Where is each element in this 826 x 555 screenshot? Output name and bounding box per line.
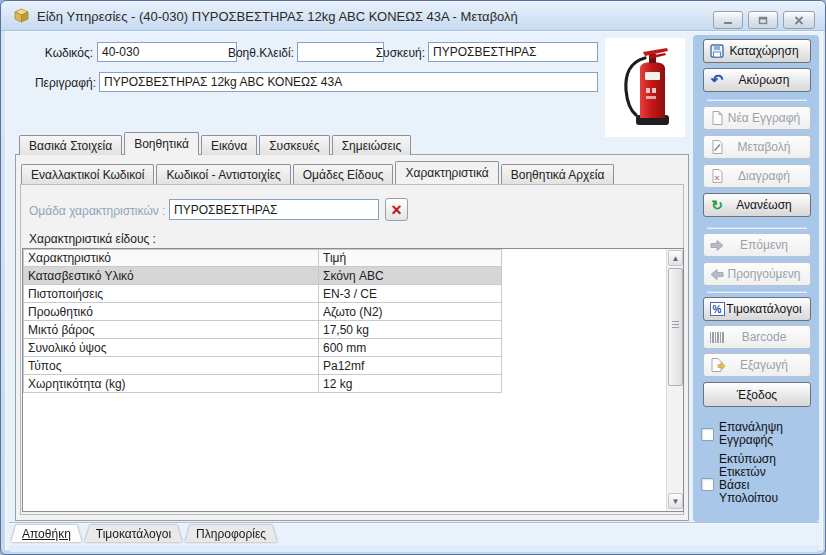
clear-characteristics-group-button[interactable]: × (385, 198, 408, 221)
characteristics-table: Χαρακτηριστικό Τιμή Κατασβεστικό ΥλικόΣκ… (23, 249, 502, 393)
arrow-right-icon (708, 236, 726, 254)
edit-icon (708, 138, 726, 156)
export-icon (708, 356, 726, 374)
window-title: Είδη Υπηρεσίες - (40-030) ΠΥΡΟΣΒΕΣΤΗΡΑΣ … (37, 9, 518, 24)
tab-basic-info[interactable]: Βασικά Στοιχεία (19, 135, 122, 155)
save-button[interactable]: Καταχώρηση (703, 39, 811, 63)
table-row[interactable]: ΠροωθητικόΑζωτο (N2) (24, 303, 502, 321)
device-field[interactable] (428, 42, 598, 62)
close-button[interactable] (783, 11, 815, 29)
device-label: Συσκευή: (369, 46, 425, 60)
column-header-characteristic[interactable]: Χαρακτηριστικό (24, 250, 319, 267)
close-icon (794, 16, 804, 25)
product-image (605, 38, 685, 137)
export-button[interactable]: Εξαγωγή (703, 353, 811, 377)
undo-icon: ↶ (708, 71, 726, 89)
bottom-tab-information[interactable]: Πληροφορίες (185, 525, 277, 542)
table-row[interactable]: ΠιστοποιήσειςEN-3 / CE (24, 285, 502, 303)
delete-button[interactable]: Διαγραφή (703, 164, 811, 188)
characteristics-list-label: Χαρακτηριστικά είδους : (29, 232, 229, 246)
subtab-characteristics[interactable]: Χαρακτηριστικά (395, 161, 498, 184)
subtab-item-groups[interactable]: Ομάδες Είδους (293, 164, 394, 184)
characteristics-table-container: Χαρακτηριστικό Τιμή Κατασβεστικό ΥλικόΣκ… (22, 248, 684, 512)
bottom-tab-warehouse[interactable]: Αποθήκη (11, 525, 82, 542)
delete-icon (708, 167, 726, 185)
barcode-icon (708, 328, 726, 346)
previous-button[interactable]: Προηγούμενη (703, 262, 811, 286)
sidebar-separator (707, 227, 807, 229)
scrollbar-thumb[interactable] (668, 268, 683, 386)
barcode-button[interactable]: Barcode (703, 325, 811, 349)
bottom-divider (9, 522, 819, 524)
code-field[interactable] (97, 42, 237, 62)
table-row[interactable]: Μικτό βάρος17,50 kg (24, 321, 502, 339)
characteristics-group-field[interactable] (169, 199, 379, 220)
description-label: Περιγραφή: (27, 76, 96, 90)
scroll-down-button[interactable]: ▼ (668, 493, 683, 509)
vertical-scrollbar[interactable]: ▲ ▼ (666, 249, 683, 511)
arrow-left-icon (708, 265, 726, 283)
fire-extinguisher-illustration (605, 38, 683, 135)
cancel-button[interactable]: ↶ Ακύρωση (703, 68, 811, 92)
tab-notes[interactable]: Σημειώσεις (332, 135, 412, 155)
tab-auxiliary[interactable]: Βοηθητικά (124, 132, 199, 155)
bottom-tab-strip: Αποθήκη Τιμοκατάλογοι Πληροφορίες (11, 525, 280, 542)
table-row[interactable]: Συνολικό ύψος600 mm (24, 339, 502, 357)
new-record-icon (708, 109, 726, 127)
print-labels-checkbox[interactable] (701, 478, 714, 491)
refresh-button[interactable]: ↻ Ανανέωση (703, 193, 811, 217)
refresh-icon: ↻ (708, 196, 726, 214)
tab-image[interactable]: Εικόνα (201, 135, 257, 155)
new-record-button[interactable]: Νέα Εγγραφή (703, 106, 811, 130)
code-label: Κωδικός: (21, 46, 93, 60)
bottom-tab-price-lists[interactable]: Τιμοκατάλογοι (85, 525, 182, 542)
repeat-entry-label: Επανάληψη Εγγραφής (719, 421, 797, 447)
red-x-icon: × (391, 201, 402, 219)
table-header-row: Χαρακτηριστικό Τιμή (24, 250, 502, 267)
save-icon (708, 42, 726, 60)
description-field[interactable] (99, 72, 598, 92)
edit-button[interactable]: Μεταβολή (703, 135, 811, 159)
price-lists-button[interactable]: % Τιμοκατάλογοι (703, 297, 811, 321)
sidebar-separator (707, 99, 807, 101)
repeat-entry-checkbox[interactable] (701, 428, 714, 441)
package-icon (13, 8, 30, 23)
subtab-auxiliary-files[interactable]: Βοηθητικά Αρχεία (501, 164, 615, 184)
column-header-value[interactable]: Τιμή (319, 250, 502, 267)
table-row[interactable]: Κατασβεστικό ΥλικόΣκόνη ABC (24, 267, 502, 285)
table-row[interactable]: Χωρητικότητα (kg)12 kg (24, 375, 502, 393)
minimize-button[interactable] (713, 11, 743, 29)
app-window: Είδη Υπηρεσίες - (40-030) ΠΥΡΟΣΒΕΣΤΗΡΑΣ … (0, 0, 826, 555)
minimize-icon (723, 16, 733, 25)
print-labels-label: Εκτύπωση Ετικετών Βάσει Υπολοίπου (719, 453, 797, 505)
title-bar: Είδη Υπηρεσίες - (40-030) ΠΥΡΟΣΒΕΣΤΗΡΑΣ … (1, 1, 826, 31)
percent-icon: % (708, 300, 726, 318)
scroll-up-button[interactable]: ▲ (668, 250, 683, 266)
subtab-code-mappings[interactable]: Κωδικοί - Αντιστοιχίες (156, 164, 290, 184)
exit-button[interactable]: Έξοδος (703, 382, 811, 407)
aux-key-label: Βοηθ.Κλειδί: (226, 46, 294, 60)
scroll-down-icon: ▼ (672, 497, 680, 506)
sidebar-separator (707, 291, 807, 293)
restore-icon (758, 16, 768, 25)
next-button[interactable]: Επόμενη (703, 233, 811, 257)
subtab-alternative-codes[interactable]: Εναλλακτικοί Κωδικοί (21, 164, 154, 184)
table-row[interactable]: ΤύποςPa12mf (24, 357, 502, 375)
tab-devices[interactable]: Συσκευές (259, 135, 329, 155)
restore-button[interactable] (748, 11, 778, 29)
characteristics-group-label: Ομάδα χαρακτηριστικών : (29, 204, 165, 218)
scroll-up-icon: ▲ (672, 254, 680, 263)
status-strip (9, 545, 819, 552)
